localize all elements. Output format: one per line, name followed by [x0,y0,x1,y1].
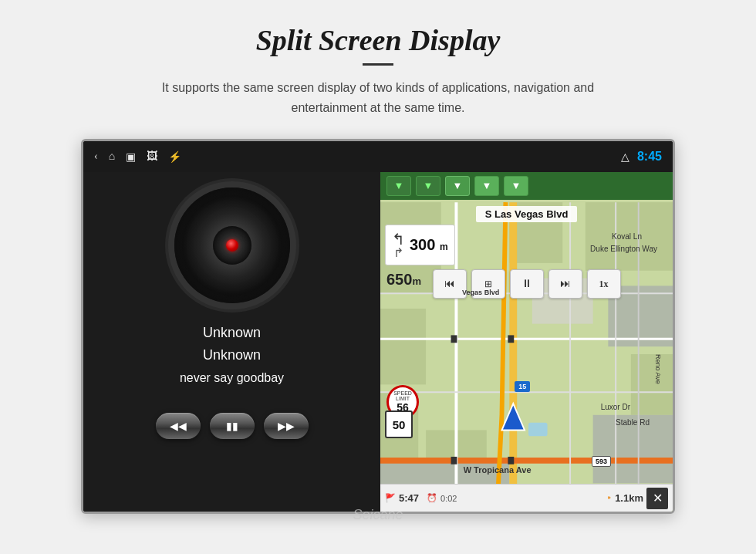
svg-rect-22 [508,457,514,464]
stable-label: Stable Rd [616,418,650,427]
song-name: never say goodbay [180,371,284,385]
nav-clock-icon: ⏰ [427,493,437,503]
next-icon: ▶▶ [278,420,295,433]
nav-bottom-bar: 🚩 5:47 ⏰ 0:02 ⁍ 1.1km ✕ [380,484,673,512]
nav-next-btn[interactable]: ⏭ [548,269,582,299]
i15-badge: 15 [515,381,530,392]
nav-speed-btn[interactable]: 1x [587,269,621,299]
svg-rect-24 [451,457,457,464]
nav-eta-time: 5:47 [399,492,419,504]
nav-arrow-1[interactable]: ▼ [386,176,411,196]
nav-flag-icon-left: 🚩 [385,493,396,503]
status-bar: ‹ ⌂ ▣ 🖼 ⚡ △ 8:45 [83,141,673,172]
next-button[interactable]: ▶▶ [264,413,309,439]
svg-rect-26 [528,423,548,437]
music-controls: ◀◀ ▮▮ ▶▶ [156,413,309,439]
turn-distance: 300 m [410,236,448,254]
album-dot [226,239,238,252]
home-icon[interactable]: ⌂ [109,150,115,163]
svg-rect-21 [508,336,514,343]
nav-arrow-2[interactable]: ▼ [416,176,440,196]
music-panel: Unknown Unknown never say goodbay ◀◀ ▮▮ … [83,172,380,512]
prev-button[interactable]: ◀◀ [156,413,201,439]
current-speed-display: 50 [385,410,413,438]
svg-rect-23 [451,336,457,343]
nav-close-button[interactable]: ✕ [646,488,668,509]
nav-remaining-time: 0:02 [440,494,457,503]
prev-icon: ◀◀ [170,420,187,433]
nav-remaining-dist: 1.1km [615,492,643,504]
nav-panel: ▼ ▼ ▼ ▼ ▼ [380,172,673,512]
street-name-banner: S Las Vegas Blvd [380,206,673,222]
distance-ahead: 650m [386,271,421,289]
turn-arrows: ↰ ↱ [392,230,405,260]
nav-route-icon: ⁍ [607,493,612,503]
device-frame: ‹ ⌂ ▣ 🖼 ⚡ △ 8:45 Unknown Unknown never s… [81,139,675,514]
rt593-badge: 593 [592,456,611,467]
nav-playback-controls: ⏮ ⊞ ⏸ ⏭ 1x [380,269,673,299]
back-icon[interactable]: ‹ [94,150,98,163]
song-artist: Unknown [203,325,261,341]
nav-arrow-5[interactable]: ▼ [504,176,528,196]
song-album: Unknown [203,347,261,363]
turn-instruction: ↰ ↱ 300 m [385,225,455,265]
nav-pause-btn[interactable]: ⏸ [510,269,544,299]
map-area: S Las Vegas Blvd ↰ ↱ 300 m 650m [380,200,673,512]
usb-icon[interactable]: ⚡ [168,150,181,164]
nav-header: ▼ ▼ ▼ ▼ ▼ [380,172,673,200]
nav-prev-btn[interactable]: ⏮ [433,269,467,299]
clock-display: 8:45 [637,150,662,164]
vegas-blvd-map-label: Vegas Blvd [462,289,499,296]
luxor-label: Luxor Dr [601,403,630,411]
svg-rect-7 [631,354,673,415]
window-icon[interactable]: ▣ [126,150,136,164]
duke-label: Duke Ellington Way [590,245,657,253]
pause-icon: ▮▮ [226,420,238,433]
nav-arrow-4[interactable]: ▼ [474,176,499,196]
split-area: Unknown Unknown never say goodbay ◀◀ ▮▮ … [83,172,673,512]
svg-rect-4 [380,309,426,384]
page-subtitle: It supports the same screen display of t… [147,78,609,117]
page-title: Split Screen Display [256,23,501,57]
nav-arrow-3[interactable]: ▼ [445,176,470,196]
title-divider [363,63,393,66]
koval-label: Koval Ln [612,232,642,241]
album-art [174,187,290,303]
reno-ave-label: Reno Ave [654,354,662,384]
notification-icon: △ [621,150,629,164]
street-name: S Las Vegas Blvd [476,206,578,222]
tropicana-label: W Tropicana Ave [464,465,532,475]
image-icon[interactable]: 🖼 [147,150,157,163]
pause-button[interactable]: ▮▮ [210,413,255,439]
